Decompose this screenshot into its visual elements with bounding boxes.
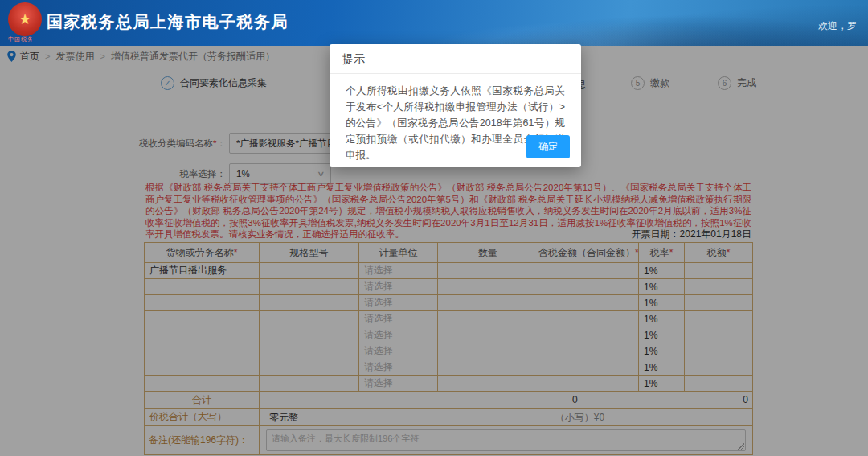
emblem-star-icon: ★: [18, 12, 31, 27]
app-title: 国家税务总局上海市电子税务局: [47, 0, 289, 46]
modal-title: 提示: [330, 44, 581, 74]
national-emblem-logo: ★: [8, 2, 42, 36]
app-header: ★ 中国税务 国家税务总局上海市电子税务局 欢迎，罗: [0, 0, 868, 46]
alert-dialog: 提示 个人所得税由扣缴义务人依照《国家税务总局关于发布<个人所得税扣缴申报管理办…: [330, 44, 581, 167]
great-wall-artwork: [260, 0, 868, 46]
confirm-button[interactable]: 确定: [526, 135, 570, 158]
welcome-text: 欢迎，罗: [818, 19, 857, 33]
logo-script-text: 中国税务: [8, 35, 34, 43]
